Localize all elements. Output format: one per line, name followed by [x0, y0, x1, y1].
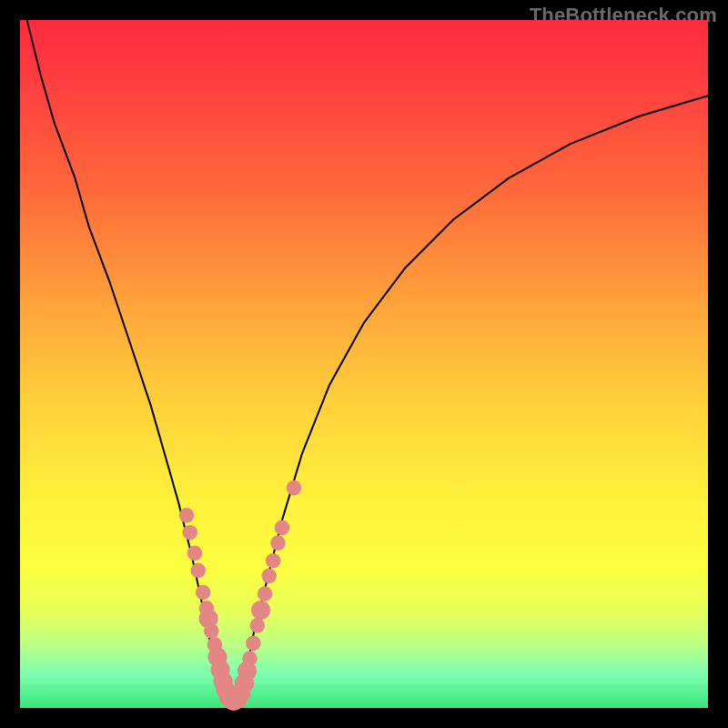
scatter-dot — [196, 585, 211, 601]
scatter-dot — [182, 525, 197, 541]
plot-area — [20, 20, 708, 708]
scatter-dot — [246, 636, 261, 652]
scatter-dot — [270, 535, 286, 551]
scatter-dot — [275, 521, 290, 536]
scatter-dot — [266, 553, 281, 569]
chart-svg — [20, 20, 708, 708]
scatter-dot — [258, 586, 273, 602]
scatter-dot — [287, 480, 302, 496]
scatter-dot — [204, 623, 219, 639]
scatter-dot — [251, 601, 270, 620]
scatter-dot — [187, 546, 203, 561]
scatter-dot — [261, 569, 277, 584]
scatter-dot — [191, 563, 207, 579]
bottleneck-curve — [27, 20, 708, 701]
scatter-dot — [179, 508, 195, 523]
chart-stage: TheBottleneck.com — [0, 0, 728, 728]
scatter-dot — [242, 651, 258, 666]
scatter-dot — [250, 618, 266, 633]
